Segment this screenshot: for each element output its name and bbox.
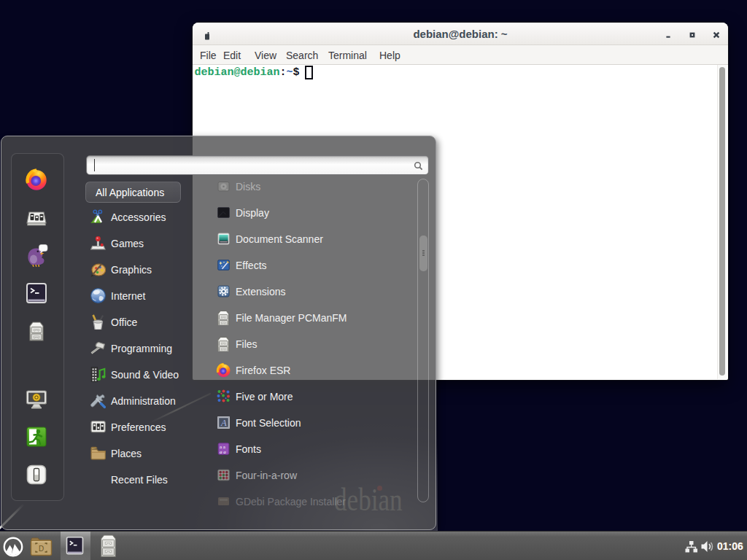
svg-text:A: A (220, 417, 227, 427)
svg-text:D: D (39, 545, 44, 553)
svg-text:a a: a a (220, 448, 226, 454)
